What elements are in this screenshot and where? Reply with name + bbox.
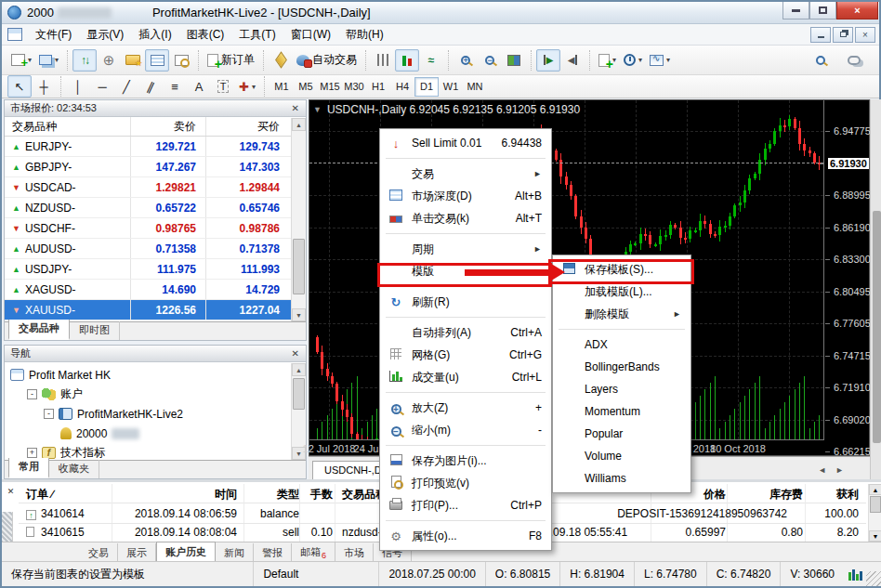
resize-grip[interactable] xyxy=(866,571,881,586)
data-window-button[interactable]: ⊕ xyxy=(97,49,121,72)
crosshair-button[interactable]: ┼ xyxy=(32,75,56,98)
market-watch-tab-交易品种[interactable]: 交易品种 xyxy=(8,320,70,340)
minimize-button[interactable] xyxy=(782,2,809,20)
tile-windows-button[interactable] xyxy=(502,49,526,72)
market-watch-row[interactable]: ▲GBPJPY-147.267147.303 xyxy=(5,157,306,177)
tree-item-20000[interactable]: 20000 xyxy=(10,424,306,443)
context-menu-item-周期[interactable]: 周期► xyxy=(380,238,551,260)
table-column-header[interactable]: 手数 xyxy=(288,487,333,503)
cursor-button[interactable]: ↖ xyxy=(7,75,32,98)
chart-shift-button[interactable]: ◀ xyxy=(560,49,585,72)
one-click-collapse-icon[interactable]: ▼ xyxy=(313,105,322,114)
maximize-button[interactable] xyxy=(809,2,836,20)
context-menu-item-单击交易(k)[interactable]: 单击交易(k)Alt+T xyxy=(380,207,551,229)
chart-scrollbar[interactable] xyxy=(870,99,881,479)
timeframe-button-mn[interactable]: MN xyxy=(463,77,487,97)
search-button[interactable] xyxy=(809,49,833,72)
trendline-button[interactable]: ╱ xyxy=(114,75,138,98)
market-watch-row[interactable]: ▼USDCHF-0.987650.98786 xyxy=(5,218,306,239)
menubar-item-6[interactable]: 帮助(H) xyxy=(340,23,393,46)
context-menu-item-缩小(m)[interactable]: −缩小(m)- xyxy=(380,419,551,441)
market-watch-row[interactable]: ▼XAUUSD-1226.561227.04 xyxy=(5,300,306,320)
context-menu-item-自动排列(A)[interactable]: 自动排列(A)Ctrl+A xyxy=(380,321,551,344)
timeframe-button-h1[interactable]: H1 xyxy=(366,77,390,97)
market-watch-row[interactable]: ▲XAGUSD-14.69014.729 xyxy=(5,280,306,300)
vertical-line-button[interactable]: │ xyxy=(66,75,90,98)
context-menu-item-放大(Z)[interactable]: +放大(Z)+ xyxy=(380,397,551,419)
indicators-button[interactable]: ▾ xyxy=(595,49,620,72)
fibonacci-button[interactable]: ≡ xyxy=(163,75,187,98)
zoom-in-button[interactable]: + xyxy=(454,49,478,72)
menubar-item-1[interactable]: 显示(V) xyxy=(81,23,133,46)
market-watch-close-icon[interactable]: ✕ xyxy=(289,103,302,113)
navigator-tab-收藏夹[interactable]: 收藏夹 xyxy=(49,460,99,478)
table-column-header[interactable]: 订单 ∕ xyxy=(26,487,119,503)
templates-button[interactable]: ▾ xyxy=(646,49,674,72)
tree-item-账户[interactable]: -账户 xyxy=(10,385,306,404)
navigator-tab-常用[interactable]: 常用 xyxy=(8,458,49,478)
context-menu-item-Sell Limit 0.01[interactable]: ↓Sell Limit 0.016.94438 xyxy=(380,132,551,154)
column-bid[interactable]: 卖价 xyxy=(112,119,196,135)
text-label-button[interactable]: T xyxy=(211,75,235,98)
context-menu-item-刷新(R)[interactable]: ↻刷新(R) xyxy=(380,291,551,313)
timeframe-button-h4[interactable]: H4 xyxy=(390,77,414,97)
timeframe-button-m30[interactable]: M30 xyxy=(342,77,366,97)
navigator-toggle-button[interactable] xyxy=(121,49,145,72)
context-menu-item-打印预览(v)[interactable]: 打印预览(v) xyxy=(380,472,551,494)
chat-button[interactable] xyxy=(842,49,866,72)
market-watch-row[interactable]: ▲EURJPY-129.721129.743 xyxy=(5,137,306,157)
template-submenu-item-删除模版[interactable]: 删除模版► xyxy=(553,303,690,325)
template-submenu-item-保存模板(S)...[interactable]: 保存模板(S)... xyxy=(553,258,690,281)
column-ask[interactable]: 买价 xyxy=(196,119,280,135)
close-button[interactable]: × xyxy=(836,2,878,20)
timeframe-button-d1[interactable]: D1 xyxy=(414,77,439,97)
table-column-header[interactable]: 库存费 xyxy=(745,487,803,503)
context-menu-item-交易[interactable]: 交易► xyxy=(380,163,551,185)
template-submenu-item-Momentum[interactable]: Momentum xyxy=(553,400,690,423)
collapse-expander-icon[interactable]: - xyxy=(44,409,54,419)
market-watch-tab-即时图[interactable]: 即时图 xyxy=(70,321,120,340)
context-menu-item-成交量(u)[interactable]: 成交量(u)Ctrl+L xyxy=(380,366,551,388)
tab-scroll-arrows[interactable]: ◄► xyxy=(818,465,853,475)
market-watch-row[interactable]: ▲NZDUSD-0.657220.65746 xyxy=(5,198,306,218)
table-column-header[interactable]: 时间 xyxy=(112,487,237,503)
market-watch-toggle-button[interactable]: ↑↓ xyxy=(72,49,97,72)
auto-scroll-button[interactable]: ▶ xyxy=(536,49,560,72)
terminal-close-icon[interactable]: ✕ xyxy=(5,486,17,498)
timeframe-button-m1[interactable]: M1 xyxy=(270,77,294,97)
terminal-scrollbar[interactable]: ▲ ▼ xyxy=(868,484,881,542)
template-submenu-item-BollingerBands[interactable]: BollingerBands xyxy=(553,356,690,378)
profiles-button[interactable]: ▾ xyxy=(35,49,62,72)
horizontal-line-button[interactable]: ─ xyxy=(90,75,114,98)
expand-expander-icon[interactable]: + xyxy=(27,448,37,458)
timeframe-button-w1[interactable]: W1 xyxy=(439,77,463,97)
child-window-icon[interactable] xyxy=(7,28,22,41)
collapse-expander-icon[interactable]: - xyxy=(27,389,37,399)
menubar-item-0[interactable]: 文件(F) xyxy=(30,23,81,46)
arrows-button[interactable]: ✚▾ xyxy=(235,75,259,98)
market-watch-row[interactable]: ▲USDJPY-111.975111.993 xyxy=(5,259,306,280)
bar-chart-button[interactable] xyxy=(371,49,395,72)
zoom-out-button[interactable]: − xyxy=(478,49,502,72)
tree-item-ProfitMarketHK-Live2[interactable]: -ProfitMarketHK-Live2 xyxy=(10,404,306,424)
tree-item-Profit Market HK[interactable]: Profit Market HK xyxy=(10,365,306,385)
navigator-close-icon[interactable]: ✕ xyxy=(289,348,302,359)
channel-button[interactable]: ∥ xyxy=(138,75,163,98)
template-submenu-item-Layers[interactable]: Layers xyxy=(553,378,690,400)
context-menu-item-市场深度(D)[interactable]: 市场深度(D)Alt+B xyxy=(380,185,551,207)
text-button[interactable]: A xyxy=(187,75,211,98)
strategy-tester-button[interactable] xyxy=(169,49,193,72)
timeframe-button-m15[interactable]: M15 xyxy=(318,77,342,97)
timeframe-button-m5[interactable]: M5 xyxy=(294,77,318,97)
child-restore-button[interactable] xyxy=(833,27,853,43)
terminal-toggle-button[interactable] xyxy=(145,49,169,72)
market-watch-row[interactable]: ▼USDCAD-1.298211.29844 xyxy=(5,177,306,198)
market-watch-row[interactable]: ▲AUDUSD-0.713580.71378 xyxy=(5,239,306,259)
candlestick-button[interactable] xyxy=(395,49,419,72)
menubar-item-2[interactable]: 插入(I) xyxy=(133,23,180,46)
context-menu-item-属性(o)...[interactable]: ⚙属性(o)...F8 xyxy=(380,525,551,547)
line-chart-button[interactable]: ≈ xyxy=(419,49,443,72)
market-watch-scrollbar[interactable]: ▲ ▼ xyxy=(291,118,306,321)
template-submenu-item-加载模版(L)...[interactable]: 加载模版(L)... xyxy=(553,281,690,303)
context-menu-item-网格(G)[interactable]: 网格(G)Ctrl+G xyxy=(380,344,551,366)
